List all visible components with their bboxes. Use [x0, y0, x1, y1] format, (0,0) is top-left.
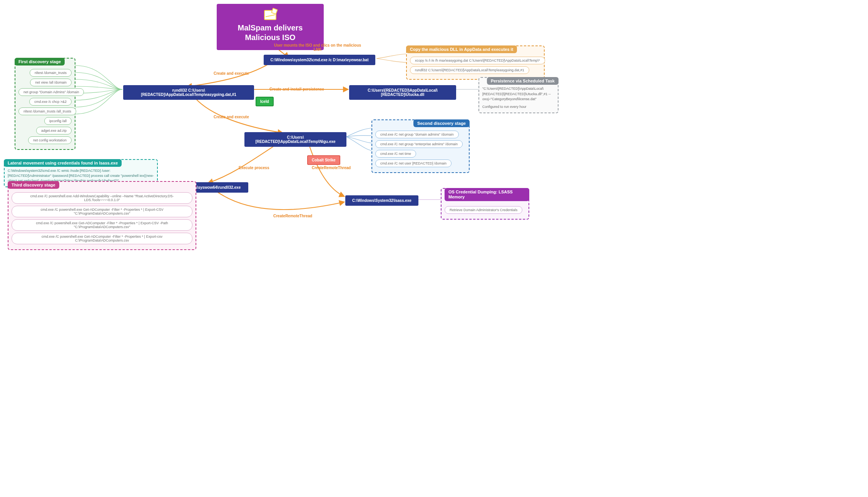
persistence-line2: Configured to run every hour [482, 104, 555, 110]
second-disc-list-item: cmd.exe /C net user [REDACTED] /domain [375, 160, 452, 167]
group-second-discovery-header: Second discovery stage [413, 119, 470, 127]
second-disc-list-item: cmd.exe /C net group "enterprise admins"… [375, 140, 463, 148]
third-disc-list-item: cmd.exe /C powershell.exe Get-ADComputer… [12, 233, 192, 244]
group-second-discovery: Second discovery stage cmd.exe /C net gr… [371, 119, 470, 173]
edge-crt-2: CreateRemoteThread [273, 214, 312, 218]
first-disc-list-item: nltest /domain_trusts [30, 69, 72, 77]
second-disc-list-item: cmd.exe /C net group "domain admins" /do… [375, 131, 459, 138]
first-disc-list-item: nltest /domain_trusts /all_trusts [18, 107, 76, 115]
group-cred-dump-header: OS Credential Dumping: LSASS Memory [445, 188, 529, 201]
group-persistence-header: Persistence via Scheduled Task [487, 77, 559, 85]
third-disc-list-item: cmd.exe /C powershell.exe Add-WindowsCap… [12, 192, 192, 204]
root-malspam: MalSpam delivers Malicious ISO [217, 4, 324, 50]
first-disc-list-item: net config workstation [28, 136, 72, 144]
persistence-line1: "C:\Users\[REDACTED]\AppData\Local\[REDA… [482, 86, 555, 102]
node-utucka: C:\Users\[REDACTED]\AppData\Local\[REDAC… [349, 85, 456, 100]
group-first-discovery-header: First discovery stage [15, 58, 65, 65]
tag-cobalt: Cobalt Strike [307, 155, 340, 165]
edge-crt-1: CreateRemoteThread [312, 166, 351, 170]
edge-create-exec-1: Create and execute [214, 71, 249, 76]
third-disc-list-item: cmd.exe /C powershell.exe Get-ADComputer… [12, 206, 192, 217]
group-copy-dll-header: Copy the malicious DLL in AppData and ex… [406, 45, 517, 53]
group-third-discovery-header: Third discovery stage [8, 181, 59, 189]
first-disc-list-item: adget.exe ad.zip [36, 127, 72, 134]
third-disc-list-item: cmd.exe /C powershell.exe Get-ADComputer… [12, 219, 192, 231]
node-cmd-bat: C:\Windows\system32\cmd.exe /c D:\max\ey… [264, 55, 375, 65]
tag-iceid: IceId [256, 97, 274, 106]
root-title-2: Malicious ISO [245, 33, 295, 42]
root-title-1: MalSpam delivers [238, 24, 303, 32]
node-nigu: C:\Users\[REDACTED]\AppData\Local\Temp\N… [244, 132, 346, 147]
group-first-discovery: First discovery stage nltest /domain_tru… [15, 58, 75, 150]
edge-persistence: Create and install persistence [269, 87, 324, 91]
group-copy-dll: Copy the malicious DLL in AppData and ex… [406, 45, 545, 80]
edge-create-exec-2: Create and execute [214, 115, 249, 119]
first-disc-list-item: net view /all /domain [30, 79, 72, 86]
first-disc-list-item: ipconfig /all [44, 117, 72, 125]
group-lateral-header: Lateral movement using credentials found… [4, 159, 122, 167]
cred-dump-item: Retrieve Domain Administrator's Credenti… [445, 206, 522, 214]
group-cred-dump: OS Credential Dumping: LSASS Memory Retr… [441, 188, 529, 220]
copy-dll-list-item: xcopy /s /i /e /h max\easygoing.dat C:\U… [410, 57, 545, 64]
group-third-discovery: Third discovery stage cmd.exe /C powersh… [8, 181, 196, 250]
envelope-icon [264, 10, 276, 20]
first-disc-list-item: net group "Domain Admins" /domain [18, 88, 84, 96]
copy-dll-list-item: rundll32 C:\Users\[REDACTED]\AppData\Loc… [410, 66, 529, 74]
node-rundll32: rundll32 C:\Users\[REDACTED]\AppData\Loc… [123, 85, 254, 100]
node-lsass: C:\Windows\System32\lsass.exe [345, 195, 418, 206]
first-disc-list-item: cmd.exe /c chcp >&2 [29, 98, 72, 106]
second-disc-list-item: cmd.exe /C net time [375, 150, 416, 158]
edge-exec-process: Execute process [239, 166, 269, 170]
group-persistence: Persistence via Scheduled Task "C:\Users… [478, 77, 559, 113]
